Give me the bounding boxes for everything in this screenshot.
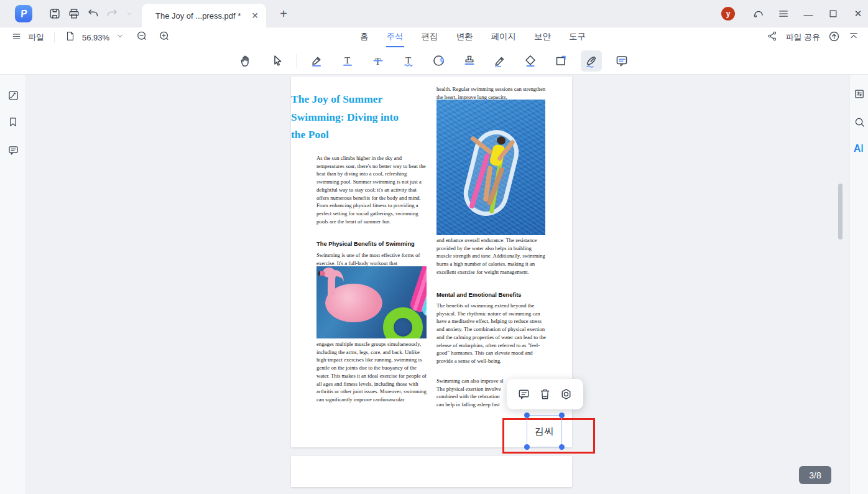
bookmarks-panel-icon[interactable]	[6, 115, 20, 129]
signature-text[interactable]: 김씨	[535, 426, 555, 437]
share-label[interactable]: 파일 공유	[785, 32, 820, 43]
history-caret-icon[interactable]	[122, 6, 137, 21]
app-logo-icon[interactable]: P	[15, 5, 32, 22]
article-title: The Joy of Summer Swimming: Diving into …	[291, 90, 403, 144]
titlebar: P The Joy of ...press.pdf * ✕ + y —	[0, 0, 868, 27]
close-window-icon[interactable]: ✕	[851, 6, 866, 21]
signature-selection-box[interactable]: 김씨	[527, 415, 562, 447]
article-paragraph: The benefits of swimming extend beyond t…	[436, 302, 547, 365]
tab-convert[interactable]: 변환	[456, 27, 474, 47]
eraser-tool-icon[interactable]	[520, 50, 541, 72]
properties-panel-icon[interactable]	[852, 87, 866, 101]
comments-panel-icon[interactable]	[6, 143, 20, 157]
file-menu-label[interactable]: 파일	[28, 32, 44, 43]
section-heading-physical: The Physical Benefits of Swimming	[316, 240, 428, 247]
zoom-in-icon[interactable]	[158, 30, 170, 45]
select-tool-icon[interactable]	[266, 50, 287, 72]
user-avatar[interactable]: y	[721, 7, 735, 21]
section-heading-mental: Mental and Emotional Benefits	[436, 291, 547, 298]
pencil-tool-icon[interactable]	[489, 50, 510, 72]
tab-comment[interactable]: 주석	[386, 27, 404, 47]
undo-icon[interactable]	[86, 6, 101, 21]
annotation-toolbar: T T T	[0, 47, 868, 75]
note-tool-icon[interactable]	[611, 50, 632, 72]
ribbon-tabs: 홈 주석 편집 변환 페이지 보안 도구	[359, 27, 586, 47]
resize-handle-bottom-left[interactable]	[524, 444, 530, 450]
hand-tool-icon[interactable]	[236, 50, 257, 72]
document-canvas[interactable]: The Joy of Summer Swimming: Diving into …	[26, 75, 849, 494]
zoom-level-value[interactable]: 56.93%	[82, 33, 109, 42]
strikethrough-tool-icon[interactable]: T	[367, 50, 389, 72]
article-paragraph: and enhance overall endurance. The resis…	[436, 236, 547, 276]
file-menu-icon[interactable]	[11, 31, 22, 44]
app-menu-icon[interactable]	[776, 6, 791, 21]
page-indicator-badge: 3/8	[799, 466, 831, 484]
search-icon[interactable]	[852, 115, 866, 129]
divider	[54, 32, 55, 42]
article-paragraph: Swimming is one of the most effective fo…	[316, 251, 428, 267]
maximize-icon[interactable]	[826, 6, 841, 21]
collapse-toolbar-icon[interactable]	[848, 30, 859, 44]
stamp-tool-icon[interactable]	[459, 50, 480, 72]
save-icon[interactable]	[47, 6, 62, 21]
svg-text:T: T	[344, 55, 350, 65]
squiggly-underline-tool-icon[interactable]: T	[398, 50, 419, 72]
zoom-caret-icon[interactable]	[116, 32, 124, 43]
resize-handle-top-right[interactable]	[559, 412, 565, 418]
tab-page[interactable]: 페이지	[491, 27, 517, 47]
pdf-editor-window: P The Joy of ...press.pdf * ✕ + y —	[0, 0, 868, 494]
delete-button[interactable]	[537, 387, 552, 402]
tab-close-icon[interactable]: ✕	[251, 11, 259, 21]
flamingo-float-photo	[316, 266, 427, 338]
divider	[297, 54, 297, 68]
redo-icon[interactable]	[104, 6, 119, 21]
tab-edit[interactable]: 편집	[421, 27, 439, 47]
tab-home[interactable]: 홈	[359, 27, 369, 47]
vertical-scrollbar[interactable]	[838, 184, 843, 240]
zoom-out-icon[interactable]	[136, 30, 148, 45]
right-sidebar: AI	[849, 75, 868, 494]
area-highlight-tool-icon[interactable]	[428, 50, 450, 72]
left-sidebar	[0, 75, 26, 494]
document-tab-title: The Joy of ...press.pdf *	[155, 11, 251, 21]
settings-button[interactable]	[559, 387, 574, 402]
page-fit-icon[interactable]	[65, 30, 76, 44]
share-icon[interactable]	[767, 30, 778, 44]
article-paragraph: engages multiple muscle groups simultane…	[316, 340, 428, 404]
print-icon[interactable]	[67, 6, 81, 21]
cloud-upload-icon[interactable]	[828, 30, 841, 45]
thumbnails-panel-icon[interactable]	[6, 88, 20, 102]
signature-tool-icon[interactable]	[581, 50, 602, 72]
annotation-popup	[507, 379, 583, 409]
document-tab[interactable]: The Joy of ...press.pdf * ✕	[142, 4, 266, 27]
shape-rectangle-tool-icon[interactable]	[550, 50, 571, 72]
new-tab-button[interactable]: +	[276, 6, 291, 21]
svg-text:T: T	[405, 55, 411, 65]
comment-button[interactable]	[516, 387, 531, 402]
underline-tool-icon[interactable]: T	[337, 50, 358, 72]
article-paragraph: health. Regular swimming sessions can st…	[436, 85, 547, 101]
resize-handle-bottom-right[interactable]	[559, 444, 565, 450]
tab-security[interactable]: 보안	[533, 27, 552, 47]
highlight-tool-icon[interactable]	[307, 50, 328, 72]
tab-tools[interactable]: 도구	[568, 27, 586, 47]
minimize-icon[interactable]: —	[801, 6, 816, 21]
article-paragraph: As the sun climbs higher in the sky and …	[316, 154, 428, 225]
resize-handle-top-left[interactable]	[524, 412, 530, 418]
menubar: 파일 56.93% 홈 주석 편집 변환 페이지 보안 도구	[0, 27, 868, 47]
pdf-page-4-partial[interactable]	[291, 456, 572, 487]
pool-swimmer-photo	[436, 100, 545, 235]
support-headset-icon[interactable]	[751, 6, 766, 21]
ai-assistant-icon[interactable]: AI	[852, 142, 866, 156]
